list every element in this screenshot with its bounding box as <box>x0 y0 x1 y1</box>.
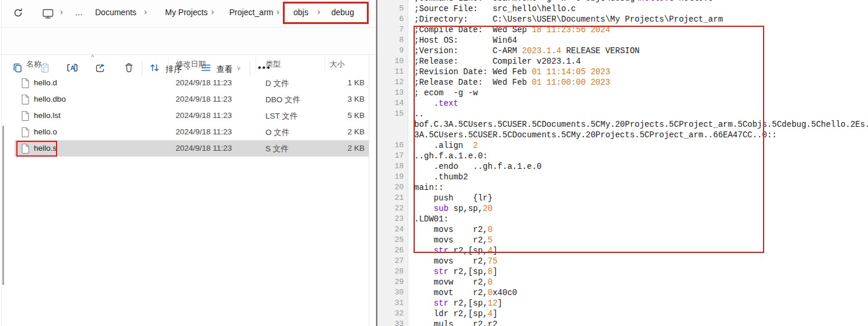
pane-edge-line <box>1 0 2 326</box>
line-number: 16 <box>378 140 404 151</box>
refresh-icon <box>13 8 23 20</box>
line-number: 10 <box>378 56 404 67</box>
file-name: hello.dbo <box>34 95 66 103</box>
file-type: LST 文件 <box>265 111 298 122</box>
line-number: 17 <box>378 151 404 161</box>
code-line: 31 str r2,[sp,12] <box>378 298 868 308</box>
breadcrumb-chevron-icon: › <box>366 6 369 16</box>
breadcrumb-item-documents[interactable]: Documents <box>95 8 136 17</box>
breadcrumb-item-my-projects[interactable]: My Projects <box>165 8 208 17</box>
sort-arrows-icon <box>149 62 160 76</box>
table-row-hello.dbo[interactable]: hello.dbo2024/9/18 11:23DBO 文件3 KB <box>15 91 369 107</box>
column-separator[interactable] <box>168 57 169 71</box>
code-line: 11;Revision Date: Wed Feb 01 11:14:05 20… <box>378 67 868 77</box>
code-line: 19 .thumb2 <box>378 172 868 182</box>
file-date: 2024/9/18 11:23 <box>176 78 232 87</box>
line-number: 6 <box>378 14 404 25</box>
code-line: 21 push {lr} <box>378 193 868 203</box>
line-number: 12 <box>378 77 404 88</box>
toolbar: A 排序 ˅ <box>0 27 377 55</box>
code-line: 13; ecom -g -w <box>378 88 868 98</box>
code-line: 27 movs r2,75 <box>378 256 868 266</box>
column-header-type[interactable]: 类型 <box>265 59 281 70</box>
line-number: 21 <box>378 193 404 203</box>
list-edge-line <box>369 56 369 326</box>
code-line: 18 .endo ..gh.f.a.1.e.0 <box>378 161 868 172</box>
table-row-hello.d[interactable]: hello.d2024/9/18 11:23D 文件1 KB <box>15 75 369 91</box>
column-separator[interactable] <box>256 57 256 71</box>
sort-ascending-icon: ^ <box>91 54 94 61</box>
line-number: 31 <box>378 298 404 308</box>
line-number: 22 <box>378 203 404 214</box>
file-size: 3 KB <box>306 95 365 103</box>
view-chevron-icon: ˅ <box>237 65 240 72</box>
file-size: 1 KB <box>306 78 365 87</box>
file-date: 2024/9/18 11:23 <box>176 144 232 152</box>
line-number: 28 <box>378 266 404 277</box>
breadcrumb-chevron-icon: › <box>60 6 63 16</box>
breadcrumb-chevron-icon: › <box>211 6 214 16</box>
code-line: 26 str r2,[sp,4] <box>378 245 868 256</box>
window-divider <box>376 0 377 326</box>
column-separator[interactable] <box>324 57 325 71</box>
file-type: D 文件 <box>265 78 289 89</box>
breadcrumb-item-project-arm[interactable]: Project_arm <box>229 8 273 17</box>
address-bar: ›…Documents›My Projects›Project_arm›objs… <box>0 0 377 27</box>
file-date: 2024/9/18 11:23 <box>176 127 232 136</box>
file-name: hello.s <box>34 144 57 152</box>
table-row-hello.o[interactable]: hello.o2024/9/18 11:23O 文件2 KB <box>15 124 369 140</box>
line-number: 20 <box>378 182 404 193</box>
line-number: 9 <box>378 46 404 56</box>
column-header-date[interactable]: 修改日期 <box>176 59 206 70</box>
code-line: 20main:: <box>378 182 868 193</box>
line-number: 27 <box>378 256 404 266</box>
rename-icon: A <box>66 62 79 76</box>
file-type: S 文件 <box>265 144 289 154</box>
breadcrumb-item-debug[interactable]: debug <box>331 8 354 17</box>
view-label[interactable]: 查看 <box>216 64 233 75</box>
file-name: hello.o <box>34 127 57 136</box>
line-number: 7 <box>378 25 404 35</box>
breadcrumb-chevron-icon: › <box>276 6 279 16</box>
column-header-size[interactable]: 大小 <box>330 59 345 70</box>
code-line: 6;Directory: C:\Users\USER\Documents\My … <box>378 14 868 25</box>
code-line: 17..gh.f.a.1.e.0: <box>378 151 868 161</box>
nav-pane-scrollbar[interactable] <box>2 126 4 285</box>
file-size: 2 KB <box>306 127 365 136</box>
code-line: 15.. <box>378 109 868 119</box>
code-line: 14 .text <box>378 98 868 109</box>
code-line: 29 movw r2,0 <box>378 277 868 287</box>
column-header-name[interactable]: 名称 <box>26 59 41 70</box>
breadcrumb-chevron-icon: › <box>144 6 147 16</box>
refresh-button[interactable] <box>8 5 28 23</box>
line-number: 26 <box>378 245 404 256</box>
breadcrumb-item-objs[interactable]: objs <box>293 8 309 17</box>
code-line: 22 sub sp,sp,20 <box>378 203 868 214</box>
share-icon <box>94 62 107 76</box>
breadcrumb-ellipsis[interactable]: … <box>75 8 83 17</box>
code-line: 33 muls r2,r2 <box>378 319 868 326</box>
this-pc-icon[interactable] <box>42 8 54 21</box>
code-line: 25 movs r2,5 <box>378 235 868 245</box>
line-number: 13 <box>378 88 404 98</box>
table-row-hello.s[interactable]: hello.s2024/9/18 11:23S 文件2 KB <box>15 140 369 157</box>
line-number: 33 <box>378 319 404 326</box>
code-line: 24 movs r2,0 <box>378 224 868 235</box>
line-number: 32 <box>378 308 404 319</box>
file-name: hello.d <box>34 78 57 87</box>
copy-icon <box>12 62 23 76</box>
trash-icon <box>123 62 135 76</box>
screenshot-stage: ›…Documents›My Projects›Project_arm›objs… <box>0 0 868 326</box>
code-line: 16 .align 2 <box>378 140 868 151</box>
code-editor-window: ;Command Line: ccarm.exe -g -w -o objs\d… <box>378 0 868 326</box>
file-type: O 文件 <box>265 127 289 138</box>
file-size: 2 KB <box>306 144 365 152</box>
line-number: 15 <box>378 109 404 119</box>
line-number: 30 <box>378 287 404 298</box>
file-date: 2024/9/18 11:23 <box>176 111 232 120</box>
table-row-hello.lst[interactable]: hello.lst2024/9/18 11:23LST 文件5 KB <box>15 107 369 124</box>
line-number: 25 <box>378 235 404 245</box>
code-line: 8;Host OS: Win64 <box>378 35 868 46</box>
line-number: 23 <box>378 214 404 224</box>
line-number: 18 <box>378 161 404 172</box>
